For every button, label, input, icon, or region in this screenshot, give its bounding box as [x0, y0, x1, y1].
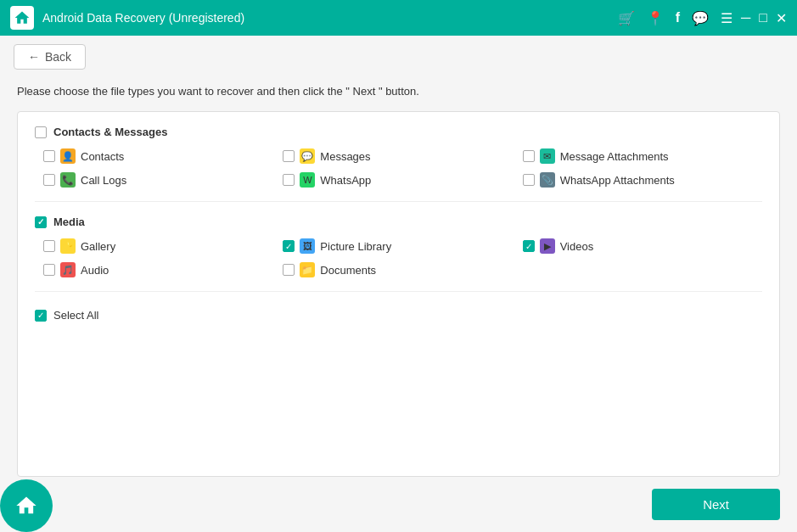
app-title: Android Data Recovery (Unregistered)	[42, 11, 618, 25]
toolbar: ← Back	[0, 36, 797, 78]
msg-attach-checkbox[interactable]	[523, 150, 535, 162]
list-item: ▶ Videos	[523, 238, 762, 254]
list-item: 📁 Documents	[283, 262, 522, 277]
select-all-checkbox[interactable]	[35, 310, 47, 322]
list-item: 🖼 Picture Library	[283, 238, 522, 254]
minimize-button[interactable]: ─	[741, 10, 750, 25]
contacts-label: Contacts	[81, 150, 124, 163]
wa-attach-icon: 📎	[540, 172, 555, 188]
wa-attach-checkbox[interactable]	[523, 174, 535, 186]
whatsapp-label: WhatsApp	[320, 174, 371, 187]
media-grid: ⭐ Gallery 🖼 Picture Library ▶ Videos 🎵 A…	[35, 238, 762, 277]
contacts-messages-checkbox[interactable]	[35, 126, 47, 138]
contacts-messages-header: Contacts & Messages	[35, 126, 762, 138]
picture-library-label: Picture Library	[320, 240, 391, 253]
contacts-messages-label: Contacts & Messages	[53, 126, 167, 138]
whatsapp-checkbox[interactable]	[283, 174, 295, 186]
gallery-checkbox[interactable]	[43, 240, 55, 252]
gallery-icon: ⭐	[60, 238, 76, 254]
media-label: Media	[53, 216, 85, 228]
list-item: ⭐ Gallery	[43, 238, 283, 254]
back-arrow-icon: ←	[28, 50, 40, 64]
bottom-area: Next	[0, 477, 797, 532]
titlebar-action-icons: 🛒 📍 f 💬 ☰	[618, 10, 732, 26]
instruction-text: Please choose the file types you want to…	[0, 78, 797, 111]
msg-attach-icon: ✉	[540, 148, 555, 164]
back-button[interactable]: ← Back	[14, 44, 86, 70]
select-all-row: Select All	[35, 305, 762, 322]
pin-icon[interactable]: 📍	[647, 10, 664, 26]
calllogs-label: Call Logs	[81, 174, 126, 187]
messages-icon: 💬	[300, 148, 315, 164]
next-button[interactable]: Next	[652, 489, 780, 520]
documents-label: Documents	[320, 264, 376, 277]
facebook-icon[interactable]: f	[676, 10, 680, 25]
calllogs-checkbox[interactable]	[43, 174, 55, 186]
maximize-button[interactable]: □	[759, 10, 767, 25]
section-divider-2	[35, 291, 762, 292]
chat-icon[interactable]: 💬	[692, 10, 709, 26]
picture-library-checkbox[interactable]	[283, 240, 295, 252]
window-controls: ─ □ ✕	[741, 10, 787, 26]
cart-icon[interactable]: 🛒	[618, 10, 635, 26]
videos-checkbox[interactable]	[523, 240, 535, 252]
contacts-messages-grid: 👤 Contacts 💬 Messages ✉ Message Attachme…	[35, 148, 762, 188]
section-divider	[35, 201, 762, 202]
close-button[interactable]: ✕	[776, 10, 787, 26]
documents-icon: 📁	[300, 262, 315, 277]
home-button[interactable]	[0, 479, 53, 532]
list-item: 🎵 Audio	[43, 262, 283, 277]
select-all-label: Select All	[53, 309, 98, 322]
audio-checkbox[interactable]	[43, 264, 55, 276]
calllogs-icon: 📞	[60, 172, 76, 188]
audio-label: Audio	[81, 264, 109, 277]
msg-attach-label: Message Attachments	[560, 150, 669, 163]
list-item: ✉ Message Attachments	[523, 148, 762, 164]
contacts-checkbox[interactable]	[43, 150, 55, 162]
list-item: 💬 Messages	[283, 148, 522, 164]
list-item: W WhatsApp	[283, 172, 522, 188]
media-header: Media	[35, 216, 762, 228]
media-checkbox[interactable]	[35, 216, 47, 228]
contacts-icon: 👤	[60, 148, 76, 164]
main-area: ← Back Please choose the file types you …	[0, 36, 797, 532]
menu-icon[interactable]: ☰	[721, 10, 732, 26]
audio-icon: 🎵	[60, 262, 76, 277]
list-item: 👤 Contacts	[43, 148, 283, 164]
gallery-label: Gallery	[81, 240, 115, 253]
messages-label: Messages	[320, 150, 370, 163]
app-logo	[10, 6, 34, 30]
back-label: Back	[45, 50, 71, 64]
list-item: 📎 WhatsApp Attachments	[523, 172, 762, 188]
wa-attach-label: WhatsApp Attachments	[560, 174, 675, 187]
documents-checkbox[interactable]	[283, 264, 295, 276]
picture-library-icon: 🖼	[300, 238, 315, 254]
videos-label: Videos	[560, 240, 594, 253]
whatsapp-icon: W	[300, 172, 315, 188]
messages-checkbox[interactable]	[283, 150, 295, 162]
file-type-panel: Contacts & Messages 👤 Contacts 💬 Message…	[17, 111, 780, 477]
videos-icon: ▶	[540, 238, 555, 254]
titlebar: Android Data Recovery (Unregistered) 🛒 📍…	[0, 0, 797, 36]
list-item: 📞 Call Logs	[43, 172, 283, 188]
